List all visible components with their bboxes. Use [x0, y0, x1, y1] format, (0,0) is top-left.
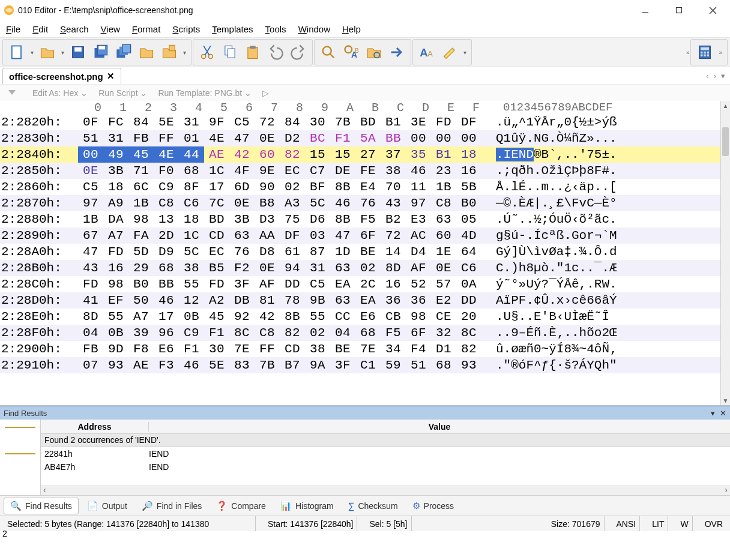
hex-byte[interactable]: 07 — [78, 357, 103, 373]
hex-ascii[interactable]: .ü„^1ŸÅr„0{½±>ýß — [496, 114, 652, 130]
bottom-tab-checksum[interactable]: ∑Checksum — [342, 498, 404, 513]
hex-row[interactable]: 2:2880h:1BDA981318BD3BD375D68BF5B2E36305… — [0, 211, 720, 227]
hex-byte[interactable]: 31 — [103, 130, 128, 146]
run-script-dropdown[interactable]: Run Script ⌄ — [98, 88, 147, 98]
hex-byte[interactable]: 97 — [78, 195, 103, 211]
hex-byte[interactable]: 13 — [154, 211, 179, 227]
menu-search[interactable]: Search — [60, 24, 89, 34]
hex-byte[interactable]: C6 — [456, 260, 481, 276]
hex-byte[interactable]: BB — [381, 130, 406, 146]
hex-byte[interactable]: 51 — [78, 130, 103, 146]
panel-close-icon[interactable]: ✕ — [720, 409, 726, 418]
hex-byte[interactable]: DA — [103, 211, 128, 227]
tab-menu-icon[interactable]: ▾ — [721, 71, 725, 80]
hex-byte[interactable]: EC — [280, 163, 305, 179]
hex-row[interactable]: 2:2850h:0E3B71F0681C4F9EECC7DEFE38462316… — [0, 163, 720, 179]
hex-byte[interactable]: C1 — [355, 357, 381, 373]
menu-scripts[interactable]: Scripts — [172, 24, 200, 34]
hex-byte[interactable]: 01 — [179, 130, 204, 146]
hex-byte[interactable]: 96 — [154, 325, 179, 341]
hex-byte[interactable]: 7B — [255, 357, 280, 373]
hex-byte[interactable]: 60 — [255, 146, 280, 163]
hex-byte[interactable]: 12 — [179, 292, 204, 309]
hex-row[interactable]: 2:28F0h:040B3996C9F18CC882020468F56F328C… — [0, 325, 720, 341]
hex-byte[interactable]: 1C — [179, 227, 204, 244]
cut-icon[interactable] — [198, 43, 216, 61]
hex-byte[interactable]: 67 — [78, 227, 103, 244]
hex-byte[interactable]: 8F — [179, 179, 204, 195]
hex-byte[interactable]: AE — [204, 146, 229, 163]
hex-byte[interactable]: 43 — [78, 260, 103, 276]
hex-byte[interactable]: A2 — [204, 292, 229, 309]
hex-byte[interactable]: 00 — [456, 130, 481, 146]
hex-byte[interactable]: 8C — [229, 325, 255, 341]
hex-byte[interactable]: 00 — [78, 146, 103, 163]
hex-byte[interactable]: 0E — [78, 163, 103, 179]
hex-byte[interactable]: B2 — [381, 211, 406, 227]
hex-byte[interactable]: D6 — [305, 211, 330, 227]
hex-byte[interactable]: 37 — [381, 146, 406, 163]
hex-ascii[interactable]: ..9–Éñ.È‚..hõo2Œ — [496, 325, 652, 341]
hex-byte[interactable]: F4 — [406, 341, 431, 357]
hex-byte[interactable]: 17 — [154, 309, 179, 325]
find-in-files-icon[interactable] — [365, 43, 383, 61]
hex-byte[interactable]: 1C — [204, 163, 229, 179]
hex-byte[interactable]: 84 — [280, 114, 305, 130]
hex-byte[interactable]: 8D — [381, 260, 406, 276]
save-all-icon[interactable] — [115, 43, 133, 61]
hex-editor[interactable]: 0123456789ABCDEF0123456789ABCDEF 2:2820h… — [0, 101, 730, 406]
hex-byte[interactable]: 82 — [280, 146, 305, 163]
hex-byte[interactable]: 34 — [381, 341, 406, 357]
hex-byte[interactable]: 0A — [456, 276, 481, 292]
hex-byte[interactable]: C8 — [154, 195, 179, 211]
hex-byte[interactable]: 55 — [103, 309, 128, 325]
hex-byte[interactable]: 3B — [103, 163, 128, 179]
hex-byte[interactable]: D1 — [431, 341, 456, 357]
hex-byte[interactable]: 18 — [103, 179, 128, 195]
hex-byte[interactable]: F1 — [179, 341, 204, 357]
hex-ascii[interactable]: .U§..E'B‹UÌæË˜Î — [496, 309, 652, 325]
hex-byte[interactable]: FF — [255, 341, 280, 357]
menu-templates[interactable]: Templates — [212, 24, 253, 34]
scroll-up-icon[interactable]: ▲ — [721, 101, 730, 110]
hex-byte[interactable]: DE — [330, 163, 355, 179]
hex-row[interactable]: 2:2890h:67A7FA2D1CCD63AADF03476F72AC604D… — [0, 227, 720, 244]
hex-byte[interactable]: 4D — [456, 227, 481, 244]
hex-byte[interactable]: 72 — [381, 227, 406, 244]
font-icon[interactable]: AA — [418, 43, 436, 61]
hex-byte[interactable]: 83 — [229, 357, 255, 373]
scrollbar-thumb[interactable] — [722, 127, 729, 156]
menu-tools[interactable]: Tools — [265, 24, 286, 34]
hex-byte[interactable]: B0 — [128, 276, 154, 292]
hex-byte[interactable]: 72 — [255, 114, 280, 130]
hex-byte[interactable]: 03 — [305, 227, 330, 244]
hex-byte[interactable]: BF — [305, 179, 330, 195]
maximize-button[interactable] — [670, 3, 688, 17]
hex-byte[interactable]: CB — [381, 309, 406, 325]
hex-byte[interactable]: 8D — [78, 309, 103, 325]
hex-byte[interactable]: 82 — [456, 341, 481, 357]
hex-byte[interactable]: 0E — [431, 260, 456, 276]
status-encoding[interactable]: ANSI — [613, 516, 641, 531]
overflow-icon[interactable]: » — [719, 49, 722, 56]
hex-byte[interactable]: C9 — [154, 179, 179, 195]
hex-byte[interactable]: AF — [255, 276, 280, 292]
hex-byte[interactable]: 4E — [154, 146, 179, 163]
hex-byte[interactable]: C6 — [179, 195, 204, 211]
status-endian[interactable]: LIT — [648, 516, 668, 531]
hex-byte[interactable]: D4 — [406, 244, 431, 260]
hex-byte[interactable]: AA — [255, 227, 280, 244]
hex-byte[interactable]: 38 — [179, 260, 204, 276]
dropdown-icon[interactable]: ▾ — [463, 49, 466, 56]
hex-byte[interactable]: 55 — [305, 309, 330, 325]
hex-byte[interactable]: F2 — [229, 260, 255, 276]
hex-row[interactable]: 2:2910h:0793AEF3465E837BB79A3FC159516893… — [0, 357, 720, 373]
hex-ascii[interactable]: ý˜°»Uý?¯ÝÅê,.RW. — [496, 276, 652, 292]
hex-byte[interactable]: 59 — [381, 357, 406, 373]
hex-byte[interactable]: D2 — [280, 130, 305, 146]
hex-byte[interactable]: 5C — [305, 195, 330, 211]
hex-byte[interactable]: 30 — [204, 341, 229, 357]
col-address[interactable]: Address — [41, 422, 149, 432]
play-icon[interactable]: ▷ — [262, 88, 269, 98]
find-result-row[interactable]: 22841hIEND — [41, 447, 730, 460]
